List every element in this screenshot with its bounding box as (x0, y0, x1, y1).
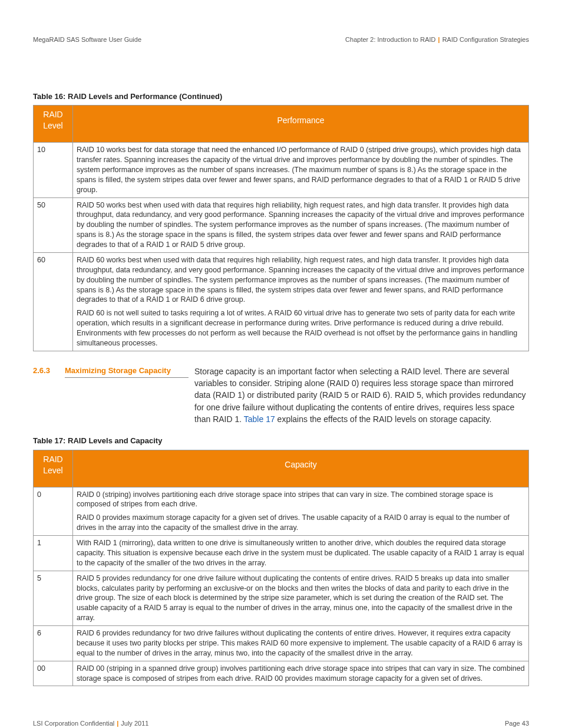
description-paragraph: RAID 0 (striping) involves partitioning … (77, 490, 525, 510)
page-footer: LSI Corporation Confidential|July 2011 P… (33, 719, 529, 728)
description-cell: RAID 60 works best when used with data t… (73, 252, 529, 351)
table16-row: 60RAID 60 works best when used with data… (34, 252, 529, 351)
raid-level-cell: 5 (34, 571, 73, 625)
description-paragraph: RAID 60 is not well suited to tasks requ… (77, 308, 525, 348)
raid-level-cell: 10 (34, 143, 73, 197)
description-paragraph: RAID 60 works best when used with data t… (77, 255, 525, 305)
description-cell: RAID 6 provides redundancy for two drive… (73, 626, 529, 661)
description-cell: RAID 50 works best when used with data t… (73, 197, 529, 252)
raid-level-cell: 0 (34, 487, 73, 536)
table17: RAID Level Capacity 0RAID 0 (striping) i… (33, 450, 529, 687)
section-2-6-3: 2.6.3 Maximizing Storage Capacity Storag… (33, 365, 529, 425)
raid-level-cell: 1 (34, 536, 73, 571)
section-title: Maximizing Storage Capacity (65, 365, 189, 378)
footer-left: LSI Corporation Confidential|July 2011 (33, 719, 148, 728)
description-paragraph: RAID 6 provides redundancy for two drive… (77, 628, 525, 658)
table16: RAID Level Performance 10RAID 10 works b… (33, 105, 529, 351)
table16-header-level: RAID Level (34, 106, 73, 143)
description-paragraph: RAID 10 works best for data storage that… (77, 145, 525, 195)
header-right: Chapter 2: Introduction to RAID|RAID Con… (345, 35, 529, 44)
section-number: 2.6.3 (33, 365, 65, 376)
raid-level-cell: 50 (34, 197, 73, 252)
page-header: MegaRAID SAS Software User Guide Chapter… (33, 35, 529, 44)
table16-header-performance: Performance (73, 106, 529, 143)
table16-row: 10RAID 10 works best for data storage th… (34, 143, 529, 197)
table16-row: 50RAID 50 works best when used with data… (34, 197, 529, 252)
description-paragraph: With RAID 1 (mirroring), data written to… (77, 538, 525, 568)
footer-right: Page 43 (505, 719, 529, 728)
table17-link[interactable]: Table 17 (244, 414, 275, 424)
table17-row: 0RAID 0 (striping) involves partitioning… (34, 487, 529, 536)
raid-level-cell: 6 (34, 626, 73, 661)
table16-caption: Table 16: RAID Levels and Performance (C… (33, 91, 529, 102)
raid-level-cell: 60 (34, 252, 73, 351)
raid-level-cell: 00 (34, 661, 73, 686)
description-cell: RAID 00 (striping in a spanned drive gro… (73, 661, 529, 686)
separator-icon: | (436, 36, 442, 43)
separator-icon: | (114, 720, 121, 727)
description-cell: RAID 5 provides redundancy for one drive… (73, 571, 529, 625)
table17-row: 00RAID 00 (striping in a spanned drive g… (34, 661, 529, 686)
header-left: MegaRAID SAS Software User Guide (33, 35, 141, 44)
table17-header-capacity: Capacity (73, 450, 529, 487)
table17-row: 5RAID 5 provides redundancy for one driv… (34, 571, 529, 625)
table17-row: 6RAID 6 provides redundancy for two driv… (34, 626, 529, 661)
description-paragraph: RAID 00 (striping in a spanned drive gro… (77, 664, 525, 684)
description-cell: RAID 10 works best for data storage that… (73, 143, 529, 197)
description-paragraph: RAID 0 provides maximum storage capacity… (77, 513, 525, 533)
table17-caption: Table 17: RAID Levels and Capacity (33, 436, 529, 446)
section-body: Storage capacity is an important factor … (189, 365, 529, 425)
description-cell: RAID 0 (striping) involves partitioning … (73, 487, 529, 536)
table17-header-level: RAID Level (34, 450, 73, 487)
table17-row: 1With RAID 1 (mirroring), data written t… (34, 536, 529, 571)
description-paragraph: RAID 50 works best when used with data t… (77, 200, 525, 250)
description-cell: With RAID 1 (mirroring), data written to… (73, 536, 529, 571)
description-paragraph: RAID 5 provides redundancy for one drive… (77, 574, 525, 623)
